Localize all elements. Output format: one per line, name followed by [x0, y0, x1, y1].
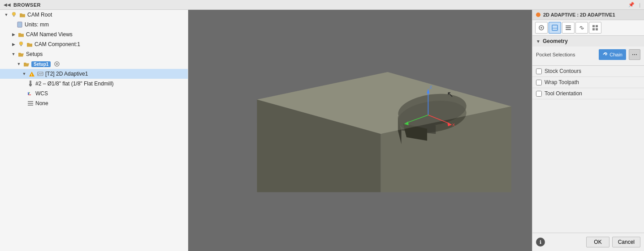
lightbulb-icon: [10, 11, 17, 18]
toolbar-passes-btn[interactable]: [562, 22, 575, 34]
geometry-section-body: Pocket Selections Chain: [532, 47, 644, 65]
adaptive-icon: [37, 70, 44, 77]
folder-open-icon: [23, 60, 30, 68]
tool-orientation-row: Tool Orientation: [532, 88, 644, 99]
panel-toolbar: [532, 20, 644, 36]
toolbar-link-btn[interactable]: [575, 22, 588, 34]
svg-rect-38: [552, 25, 558, 30]
arrow-icon: ▼: [11, 51, 16, 57]
arrow-icon: ▼: [22, 71, 27, 77]
svg-rect-12: [30, 85, 31, 86]
sidebar-browser: ▼ CAM Root Units: mm ▶ CAM Named Views: [0, 10, 188, 251]
info-button[interactable]: ℹ: [536, 238, 545, 247]
setups-label: Setups: [26, 51, 43, 57]
stock-contours-checkbox[interactable]: [536, 68, 542, 74]
right-panel: 2D ADAPTIVE : 2D ADAPTIVE1 ▼ G: [532, 10, 644, 251]
panel-header: 2D ADAPTIVE : 2D ADAPTIVE1: [532, 10, 644, 20]
pocket-selections-row: Pocket Selections Chain: [536, 49, 640, 60]
wrap-toolpath-row: Wrap Toolpath: [532, 77, 644, 88]
wcs-label: WCS: [35, 90, 48, 97]
stock-contours-label: Stock Contours: [545, 68, 581, 74]
svg-rect-4: [21, 45, 22, 46]
svg-rect-48: [632, 54, 633, 55]
arrow-icon: ▶: [11, 42, 16, 47]
chain-secondary-btn[interactable]: [629, 49, 640, 60]
svg-rect-2: [17, 22, 22, 27]
ok-button[interactable]: OK: [586, 237, 609, 247]
setup1-badge: Setup1: [31, 61, 51, 67]
svg-text:Z: Z: [429, 85, 432, 89]
sidebar-item-endmill[interactable]: #2 – Ø1/8" flat (1/8" Flat Endmill): [0, 79, 188, 89]
target-icon: [53, 60, 61, 68]
svg-text:X: X: [452, 123, 455, 127]
chain-label: Chain: [609, 52, 622, 57]
chain-icon: [602, 52, 608, 57]
svg-rect-42: [566, 29, 571, 30]
endmill-label: #2 – Ø1/8" flat (1/8" Flat Endmill): [35, 81, 114, 87]
sidebar-item-cam-root[interactable]: ▼ CAM Root: [0, 10, 188, 20]
svg-rect-11: [29, 84, 32, 85]
svg-rect-10: [30, 81, 31, 84]
svg-rect-45: [596, 25, 598, 27]
svg-rect-16: [28, 101, 33, 102]
wrap-toolpath-checkbox[interactable]: [536, 80, 542, 85]
arrow-icon: ▶: [11, 32, 16, 37]
svg-rect-17: [28, 103, 33, 104]
bars-icon: [27, 100, 34, 107]
geometry-section-header[interactable]: ▼ Geometry: [532, 36, 644, 47]
cam-component-label: CAM Component:1: [35, 41, 80, 47]
toolbar-geom-btn[interactable]: [549, 22, 561, 34]
svg-rect-1: [13, 16, 15, 17]
info-icon: ℹ: [540, 239, 541, 245]
viewport-3d[interactable]: Z X ↖: [188, 10, 532, 251]
panel-title: 2D ADAPTIVE : 2D ADAPTIVE1: [543, 12, 615, 17]
folder-icon: [17, 31, 25, 38]
section-collapse-icon: ▼: [536, 39, 540, 44]
pocket-selections-label: Pocket Selections: [536, 52, 596, 57]
sidebar-item-cam-component[interactable]: ▶ CAM Component:1: [0, 39, 188, 49]
sidebar-item-wcs[interactable]: WCS: [0, 89, 188, 98]
warning-icon: !: [28, 70, 35, 77]
main-layout: ▼ CAM Root Units: mm ▶ CAM Named Views: [0, 10, 644, 251]
toolbar-extra-btn[interactable]: [589, 22, 601, 34]
svg-line-43: [581, 27, 583, 28]
svg-rect-49: [634, 54, 635, 55]
status-dot: [536, 13, 540, 17]
wrap-toolpath-label: Wrap Toolpath: [545, 79, 579, 85]
back-arrow-icon[interactable]: ◀◀: [4, 2, 11, 7]
named-views-label: CAM Named Views: [26, 31, 73, 38]
tool-orientation-label: Tool Orientation: [545, 90, 582, 97]
toolbar-tool-btn[interactable]: [535, 22, 548, 34]
cam-root-label: CAM Root: [27, 12, 52, 18]
endmill-icon: [27, 80, 34, 87]
svg-rect-40: [566, 26, 571, 26]
sidebar-item-setups[interactable]: ▼ Setups: [0, 49, 188, 59]
wcs-icon: [27, 90, 34, 97]
folder-open-icon: [17, 51, 25, 58]
dots-icon: [632, 52, 637, 57]
none-label: None: [35, 100, 48, 106]
sidebar-item-setup1[interactable]: ▼ Setup1: [0, 59, 188, 69]
sidebar-item-none[interactable]: None: [0, 98, 188, 108]
tool-orientation-checkbox[interactable]: [536, 91, 542, 97]
model-svg: Z X: [188, 10, 532, 251]
pin-icon[interactable]: 📌: [628, 2, 635, 8]
stock-contours-row: Stock Contours: [532, 66, 644, 77]
panel-footer: ℹ OK Cancel: [532, 233, 644, 251]
svg-rect-44: [592, 25, 595, 27]
sidebar-item-named-views[interactable]: ▶ CAM Named Views: [0, 30, 188, 39]
svg-point-0: [12, 12, 16, 16]
browser-topbar: ◀◀ BROWSER 📌 |: [0, 0, 644, 10]
sidebar-item-units[interactable]: Units: mm: [0, 20, 188, 30]
svg-point-3: [19, 42, 23, 45]
svg-point-6: [56, 63, 58, 65]
geometry-section: ▼ Geometry Pocket Selections Chain: [532, 36, 644, 66]
cancel-button[interactable]: Cancel: [612, 237, 640, 247]
lightbulb-icon: [17, 41, 25, 48]
svg-rect-18: [28, 105, 33, 106]
geometry-section-title: Geometry: [543, 38, 568, 44]
chain-button[interactable]: Chain: [599, 49, 626, 60]
svg-rect-50: [636, 54, 637, 55]
browser-title: BROWSER: [13, 2, 41, 8]
sidebar-item-t2-adaptive[interactable]: ▼ ! [T2] 2D Adaptive1: [0, 69, 188, 79]
